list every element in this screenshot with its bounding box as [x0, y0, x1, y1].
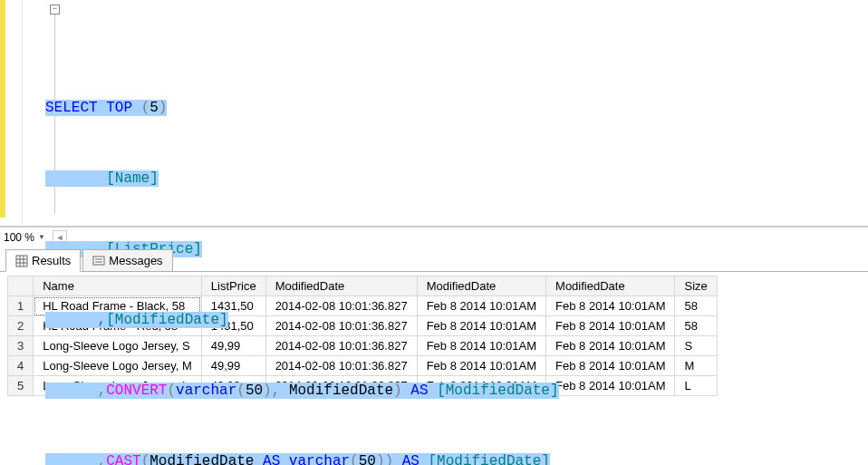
tab-results[interactable]: Results [5, 249, 81, 272]
tab-messages[interactable]: Messages [82, 249, 172, 271]
code-line[interactable]: ,CONVERT(varchar(50), ModifiedDate) AS [… [45, 379, 868, 402]
tab-label: Results [32, 254, 71, 267]
fn-cast: CAST [106, 453, 140, 465]
row-number[interactable]: 2 [8, 316, 34, 336]
code-line[interactable]: ,CAST(ModifiedDate AS varchar(50)) AS [M… [45, 450, 868, 465]
row-number[interactable]: 4 [8, 356, 34, 376]
editor-gutter [0, 0, 23, 226]
sql-editor-pane: − SELECT TOP (5) [Name] ,[ListPrice] ,[M… [0, 0, 868, 227]
code-line[interactable]: [Name] [45, 167, 868, 190]
grid-icon [15, 255, 28, 267]
row-number[interactable]: 3 [8, 336, 34, 356]
svg-rect-5 [93, 257, 104, 265]
tab-label: Messages [109, 254, 162, 267]
zoom-dropdown[interactable]: 100 % ▼ [4, 231, 45, 244]
outline-guide [54, 15, 55, 214]
row-header-corner[interactable] [8, 276, 34, 296]
kw-select: SELECT [45, 100, 98, 116]
code-area[interactable]: − SELECT TOP (5) [Name] ,[ListPrice] ,[M… [23, 0, 868, 226]
code-line[interactable]: ,[ModifiedDate] [45, 308, 868, 332]
fn-convert: CONVERT [106, 383, 167, 399]
collapse-toggle-icon[interactable]: − [50, 5, 60, 15]
chevron-down-icon: ▼ [38, 233, 45, 241]
zoom-value: 100 % [4, 231, 34, 244]
svg-rect-0 [16, 256, 27, 266]
row-number[interactable]: 5 [8, 376, 34, 396]
code-line[interactable]: SELECT TOP (5) [45, 96, 868, 120]
messages-icon [92, 255, 105, 267]
change-marker [0, 0, 5, 218]
row-number[interactable]: 1 [8, 296, 34, 316]
